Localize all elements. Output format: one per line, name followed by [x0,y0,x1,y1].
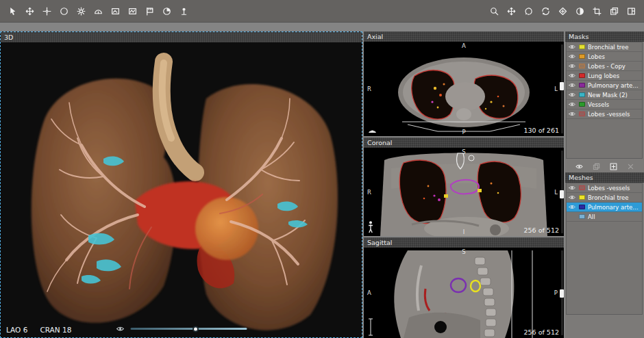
mask-row[interactable]: Lobes - Copy [567,62,642,71]
eye-icon[interactable] [569,205,576,209]
mask-row[interactable]: Lobes [567,52,642,62]
sagittal-slice-image [364,248,564,338]
axial-scrollbar[interactable] [561,44,563,133]
coronal-panel: Coronal S R L I 256 of 512 [364,138,564,236]
sagittal-view[interactable]: S A P 256 of 512 [364,248,564,338]
eye-icon[interactable] [574,161,584,171]
opacity-slider-track[interactable] [130,328,247,330]
mask-color-swatch[interactable] [579,92,585,97]
mask-label: Lobes - Copy [588,63,626,70]
mask-row[interactable]: New Mask (2) [567,90,642,100]
measure-flag-icon[interactable] [144,5,156,17]
mask-label: Lobes -vessels [588,111,630,118]
settings-gear-icon[interactable] [75,5,87,17]
add-box-icon[interactable] [608,161,618,171]
mesh-color-swatch[interactable] [579,185,585,190]
right-sidebar: Masks Bronchial treeLobesLobes - CopyLun… [565,31,644,338]
mask-label: Pulmonary arteries [588,82,640,89]
axial-slice-counter: 130 of 261 [524,127,559,134]
mesh-color-swatch[interactable] [579,214,585,219]
patient-supine-icon [368,128,377,133]
mask-color-swatch[interactable] [579,54,585,59]
mesh-row[interactable]: Lobes -vessels [567,183,642,193]
coronal-view[interactable]: S R L I 256 of 512 [364,148,564,236]
mask-color-swatch[interactable] [579,64,585,68]
mesh-color-swatch[interactable] [579,195,585,200]
axial-view[interactable]: A R L P 130 of 261 [364,42,564,136]
mask-row[interactable]: Vessels [567,100,642,109]
pin-marker-icon[interactable] [178,5,190,17]
mask-color-swatch[interactable] [579,44,585,49]
meshes-panel-header: Meshes [565,172,644,183]
eye-icon[interactable] [569,102,576,107]
mask-color-swatch[interactable] [579,83,585,88]
mask-color-swatch[interactable] [579,112,585,116]
coronal-orientation-left: R [367,189,371,196]
pan-view-icon[interactable] [506,5,517,17]
eye-icon[interactable] [569,83,576,88]
lungs-3d-render [1,42,362,337]
mesh-label: Lobes -vessels [588,185,630,192]
eye-icon[interactable] [569,44,576,49]
eye-icon[interactable] [569,112,576,116]
circle-select-icon[interactable] [58,5,70,17]
eye-icon[interactable] [569,195,576,200]
contrast-icon[interactable] [574,5,586,17]
window-level-icon[interactable] [127,5,138,17]
layout-grid-icon[interactable] [626,5,637,17]
eye-icon[interactable] [569,64,576,68]
copy-view-icon[interactable] [608,5,620,17]
main-toolbar [0,0,644,23]
eye-icon[interactable] [569,54,576,59]
pan-icon[interactable] [24,5,36,17]
toolbar-left-group [7,5,190,17]
coronal-slice-counter: 256 of 512 [524,226,559,234]
mesh-color-swatch[interactable] [579,205,585,209]
axial-scrollbar-handle[interactable] [560,82,564,90]
zoom-magnifier-icon[interactable] [488,5,500,17]
coronal-scrollbar[interactable] [561,151,563,233]
image-window-icon[interactable] [110,5,121,17]
coronal-scrollbar-handle[interactable] [560,190,564,198]
mask-row[interactable]: Lobes -vessels [567,109,642,119]
eye-icon[interactable] [116,326,124,332]
sagittal-slice-counter: 256 of 512 [524,328,559,336]
crosshair-move-icon[interactable] [41,5,53,17]
opacity-slider [116,326,247,332]
lao-value: LAO 6 [6,326,27,334]
rotate-view-icon[interactable] [523,5,534,17]
fit-view-icon[interactable] [557,5,569,17]
axial-panel: Axial A R L P 130 of 261 [364,31,564,136]
cran-value: CRAN 18 [40,326,71,334]
mesh-row[interactable]: Pulmonary arteries [567,203,642,212]
view-3d-panel: 3D [0,31,362,338]
axial-orientation-top: A [462,42,466,49]
mesh-row[interactable]: Bronchial tree [567,193,642,203]
eye-icon[interactable] [569,92,576,97]
select-pointer-icon[interactable] [7,5,18,17]
delete-icon [626,161,635,171]
coronal-header: Coronal [364,138,564,148]
mask-row[interactable]: Pulmonary arteries [567,81,642,90]
mask-color-swatch[interactable] [579,73,585,78]
sagittal-orientation-right: P [554,289,558,296]
sagittal-scrollbar[interactable] [561,250,563,335]
mask-color-swatch[interactable] [579,102,585,107]
mesh-label: All [588,213,595,220]
opacity-slider-handle[interactable] [193,326,199,332]
protractor-icon[interactable] [92,5,104,17]
coronal-orientation-bottom: I [463,229,465,235]
mesh-row[interactable]: All [567,212,642,222]
mask-row[interactable]: Bronchial tree [567,42,642,52]
meshes-list: Lobes -vesselsBronchial treePulmonary ar… [566,183,643,315]
eye-icon[interactable] [569,185,576,190]
sagittal-scrollbar-handle[interactable] [560,289,564,298]
reset-view-icon[interactable] [540,5,552,17]
duplicate-icon [591,161,601,171]
crop-icon[interactable] [591,5,603,17]
mask-row[interactable]: Lung lobes [567,71,642,81]
eye-icon[interactable] [569,73,576,78]
axial-slice-image [364,42,564,136]
sphere-view-icon[interactable] [161,5,173,17]
view-3d-canvas[interactable]: LAO 6 CRAN 18 [1,42,362,337]
